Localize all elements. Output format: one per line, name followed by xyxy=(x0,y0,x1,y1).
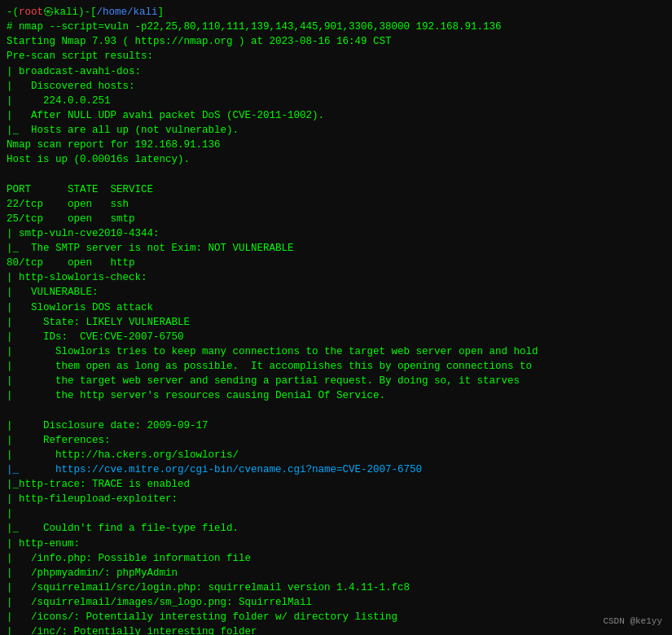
output-line-8: Nmap scan report for 192.168.91.136 xyxy=(7,138,665,152)
output-ref-1: | http://ha.ckers.org/slowloris/ xyxy=(7,448,665,462)
command-line: # nmap --script=vuln -p22,25,80,110,111,… xyxy=(7,20,665,34)
output-enum-3: | /squirrelmail/src/login.php: squirrelm… xyxy=(7,580,665,595)
output-port-header: PORT STATE SERVICE xyxy=(7,182,665,197)
output-enum-4: | /squirrelmail/images/sm_logo.png: Squi… xyxy=(7,595,665,610)
output-line-3: | broadcast-avahi-dos: xyxy=(7,64,665,79)
output-desc-4: | the http server's resources causing De… xyxy=(7,388,665,403)
output-line-5: | 224.0.0.251 xyxy=(7,94,665,108)
output-enum-6: |_ /inc/: Potentially interesting folder xyxy=(7,624,665,635)
output-vulnerable: | VULNERABLE: xyxy=(7,285,665,300)
prompt-dir-wrap: )-[ xyxy=(78,7,97,18)
output-slowloris-dos: | Slowloris DOS attack xyxy=(7,300,665,315)
prompt-at: ㉿ xyxy=(43,7,54,18)
output-state: | State: LIKELY VULNERABLE xyxy=(7,315,665,330)
prompt-dir-close: ] xyxy=(158,7,165,18)
prompt-host: kali xyxy=(54,7,78,18)
output-enum-2: | /phpmyadmin/: phpMyAdmin xyxy=(7,566,665,580)
output-fileupload-pipe: | xyxy=(7,506,665,521)
output-fileupload-result: |_ Couldn't find a file-type field. xyxy=(7,521,665,536)
blank-2 xyxy=(7,403,665,418)
output-smtp-result: |_ The SMTP server is not Exim: NOT VULN… xyxy=(7,241,665,256)
output-trace: |_http-trace: TRACE is enabled xyxy=(7,477,665,492)
output-disclosure: | Disclosure date: 2009-09-17 xyxy=(7,418,665,433)
terminal-window: -(root㉿kali)-[/home/kali] # nmap --scrip… xyxy=(0,0,672,635)
output-slowloris-check: | http-slowloris-check: xyxy=(7,270,665,285)
output-smtp-vuln: | smtp-vuln-cve2010-4344: xyxy=(7,226,665,241)
output-line-4: | Discovered hosts: xyxy=(7,79,665,94)
output-enum-5: | /icons/: Potentially interesting folde… xyxy=(7,610,665,624)
output-desc-1: | Slowloris tries to keep many connectio… xyxy=(7,344,665,359)
output-desc-2: | them open as long as possible. It acco… xyxy=(7,359,665,374)
output-port-22: 22/tcp open ssh xyxy=(7,197,665,212)
output-references: | References: xyxy=(7,433,665,448)
prompt-user: root xyxy=(19,7,43,18)
output-line-6: | After NULL UDP avahi packet DoS (CVE-2… xyxy=(7,108,665,123)
prompt-line: -(root㉿kali)-[/home/kali] xyxy=(7,5,665,20)
output-fileupload: | http-fileupload-exploiter: xyxy=(7,492,665,506)
output-desc-3: | the target web server and sending a pa… xyxy=(7,374,665,388)
output-enum-1: | /info.php: Possible information file xyxy=(7,551,665,566)
output-port-25: 25/tcp open smtp xyxy=(7,212,665,226)
output-ids: | IDs: CVE:CVE-2007-6750 xyxy=(7,330,665,344)
output-line-2: Pre-scan script results: xyxy=(7,49,665,64)
watermark: CSDN @ke1yy xyxy=(603,615,662,628)
output-line-9: Host is up (0.00016s latency). xyxy=(7,152,665,167)
blank-1 xyxy=(7,167,665,182)
output-port-80: 80/tcp open http xyxy=(7,256,665,270)
output-ref-2: |_ https://cve.mitre.org/cgi-bin/cvename… xyxy=(7,462,665,477)
output-line-7: |_ Hosts are all up (not vulnerable). xyxy=(7,123,665,138)
prompt-dash: -( xyxy=(7,7,19,18)
output-http-enum: | http-enum: xyxy=(7,536,665,551)
output-line-1: Starting Nmap 7.93 ( https://nmap.org ) … xyxy=(7,34,665,49)
cmd-nmap: nmap --script=vuln -p22,25,80,110,111,13… xyxy=(19,21,502,33)
prompt-dir: /home/kali xyxy=(97,7,158,18)
